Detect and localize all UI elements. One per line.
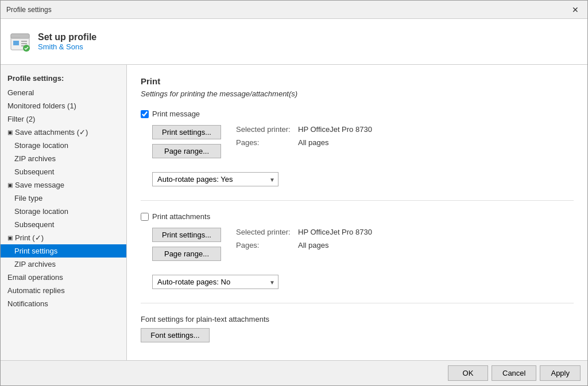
main-subtitle: Settings for printing the message/attach… — [141, 89, 574, 98]
print-message-buttons: Print settings... Page range... — [152, 125, 221, 158]
sidebar-item-filter[interactable]: Filter (2) — [1, 112, 126, 126]
header-sub-title: Smith & Sons — [38, 42, 96, 51]
print-attachments-section: Print attachments Print settings... Page… — [141, 212, 574, 289]
selected-printer-label-2: Selected printer: — [236, 228, 293, 236]
print-attachments-buttons: Print settings... Page range... — [152, 228, 221, 261]
print-attachments-checkbox[interactable] — [141, 213, 149, 221]
footer: OK Cancel Apply — [1, 360, 587, 385]
auto-rotate-dropdown-wrapper-2: Auto-rotate pages: Yes Auto-rotate pages… — [152, 275, 278, 289]
sidebar: Profile settings: General Monitored fold… — [1, 65, 127, 360]
selected-printer-label-1: Selected printer: — [236, 125, 293, 134]
sidebar-item-zip-archives-1[interactable]: ZIP archives — [1, 152, 126, 165]
cancel-button[interactable]: Cancel — [492, 365, 536, 381]
sidebar-item-email-operations[interactable]: Email operations — [1, 271, 126, 284]
pages-value-1: All pages — [298, 138, 328, 147]
sidebar-item-monitored-folders[interactable]: Monitored folders (1) — [1, 99, 126, 112]
expand-icon-save-message: ▣ — [7, 182, 13, 188]
sidebar-item-notifications[interactable]: Notifications — [1, 297, 126, 310]
print-settings-btn-2[interactable]: Print settings... — [152, 228, 221, 242]
dialog-title: Profile settings — [6, 6, 52, 14]
font-settings-btn[interactable]: Font settings... — [141, 328, 210, 342]
auto-rotate-dropdown-1[interactable]: Auto-rotate pages: Yes Auto-rotate pages… — [152, 172, 278, 186]
pages-value-2: All pages — [298, 241, 328, 249]
sidebar-item-storage-location-1[interactable]: Storage location — [1, 139, 126, 152]
svg-rect-4 — [21, 43, 27, 44]
sidebar-item-storage-location-2[interactable]: Storage location — [1, 205, 126, 218]
main-title: Print — [141, 76, 574, 86]
sidebar-label: Profile settings: — [1, 71, 126, 86]
print-message-checkbox[interactable] — [141, 110, 149, 118]
sidebar-item-subsequent-1[interactable]: Subsequent — [1, 165, 126, 178]
selected-printer-value-1: HP OfficeJet Pro 8730 — [298, 125, 372, 134]
dialog: Profile settings ✕ Set up profile Smith … — [0, 0, 588, 386]
ok-button[interactable]: OK — [448, 365, 488, 381]
print-message-section: Print message Print settings... Page ran… — [141, 110, 574, 186]
pages-row-2: Pages: All pages — [236, 241, 372, 249]
svg-rect-3 — [21, 41, 27, 42]
pages-row-1: Pages: All pages — [236, 138, 372, 147]
page-range-btn-2[interactable]: Page range... — [152, 247, 221, 261]
print-message-checkbox-row: Print message — [141, 110, 574, 118]
apply-button[interactable]: Apply — [540, 365, 581, 381]
print-settings-btn-1[interactable]: Print settings... — [152, 125, 221, 139]
pages-label-2: Pages: — [236, 241, 293, 249]
header-titles: Set up profile Smith & Sons — [38, 32, 96, 51]
title-bar: Profile settings ✕ — [1, 1, 587, 19]
print-message-label[interactable]: Print message — [152, 110, 200, 118]
print-attachments-checkbox-row: Print attachments — [141, 212, 574, 221]
profile-icon — [9, 31, 31, 53]
print-message-controls: Print settings... Page range... Selected… — [152, 125, 574, 164]
sidebar-group-print[interactable]: ▣ Print (✓) — [1, 231, 126, 244]
sidebar-item-automatic-replies[interactable]: Automatic replies — [1, 284, 126, 297]
header-main-title: Set up profile — [38, 32, 96, 42]
auto-rotate-dropdown-wrapper-1: Auto-rotate pages: Yes Auto-rotate pages… — [152, 172, 278, 186]
section-divider-1 — [141, 200, 574, 201]
sidebar-item-general[interactable]: General — [1, 86, 126, 99]
font-section: Font settings for plain-text attachments… — [141, 315, 574, 342]
printer-info-1: Selected printer: HP OfficeJet Pro 8730 … — [236, 125, 372, 147]
auto-rotate-dropdown-2[interactable]: Auto-rotate pages: Yes Auto-rotate pages… — [152, 275, 278, 289]
page-range-btn-1[interactable]: Page range... — [152, 144, 221, 158]
sidebar-item-file-type[interactable]: File type — [1, 192, 126, 205]
expand-icon-save-attachments: ▣ — [7, 129, 13, 135]
close-button[interactable]: ✕ — [569, 3, 582, 16]
pages-label-1: Pages: — [236, 138, 293, 147]
svg-rect-1 — [11, 34, 29, 38]
sidebar-group-save-message[interactable]: ▣ Save message — [1, 178, 126, 192]
selected-printer-row-2: Selected printer: HP OfficeJet Pro 8730 — [236, 228, 372, 236]
svg-rect-2 — [13, 41, 19, 45]
header-section: Set up profile Smith & Sons — [1, 19, 587, 65]
section-divider-2 — [141, 303, 574, 303]
font-section-label: Font settings for plain-text attachments — [141, 315, 574, 323]
print-attachments-controls: Print settings... Page range... Selected… — [152, 228, 574, 267]
printer-info-2: Selected printer: HP OfficeJet Pro 8730 … — [236, 228, 372, 249]
sidebar-item-subsequent-2[interactable]: Subsequent — [1, 218, 126, 231]
sidebar-item-print-settings[interactable]: Print settings — [1, 244, 126, 258]
expand-icon-print: ▣ — [7, 235, 13, 241]
selected-printer-value-2: HP OfficeJet Pro 8730 — [298, 228, 372, 236]
selected-printer-row-1: Selected printer: HP OfficeJet Pro 8730 — [236, 125, 372, 134]
main-content: Print Settings for printing the message/… — [127, 65, 587, 360]
sidebar-group-save-attachments[interactable]: ▣ Save attachments (✓) — [1, 126, 126, 139]
print-attachments-label[interactable]: Print attachments — [152, 212, 210, 221]
content-area: Profile settings: General Monitored fold… — [1, 65, 587, 360]
sidebar-item-zip-archives-2[interactable]: ZIP archives — [1, 258, 126, 271]
